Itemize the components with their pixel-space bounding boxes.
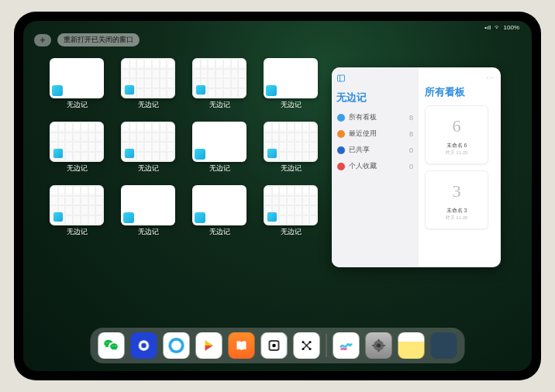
screen: •ıll ᯤ 100% + 重新打开已关闭的窗口 无边记无边记无边记无边记无边记… (23, 21, 532, 371)
board-timestamp: 昨天 11:25 (446, 150, 468, 156)
app-window-label: 无边记 (138, 227, 159, 237)
app-window-thumb[interactable]: 无边记 (189, 58, 250, 119)
app-window-thumb[interactable]: 无边记 (118, 185, 178, 246)
app-window-thumb[interactable]: 无边记 (189, 185, 250, 246)
wechat-icon[interactable] (98, 332, 125, 359)
board-label: 未命名 3 (446, 207, 467, 215)
freeform-icon[interactable] (333, 332, 360, 359)
svg-point-3 (141, 343, 147, 349)
app-folder-icon[interactable] (431, 332, 457, 359)
svg-point-6 (273, 345, 275, 347)
app-window-label: 无边记 (67, 227, 88, 237)
grid-icon[interactable] (294, 332, 320, 359)
board-preview-icon: 3 (441, 176, 472, 207)
freeform-app-badge-icon (124, 84, 135, 95)
notes-icon[interactable] (398, 332, 425, 359)
sidebar-item-count: 8 (409, 114, 413, 122)
app-window-label: 无边记 (281, 227, 302, 237)
board-label: 未命名 6 (446, 142, 467, 150)
freeform-app-badge-icon (267, 211, 278, 222)
battery-label: 100% (504, 24, 519, 31)
sidebar-item[interactable]: 所有看板8 (336, 109, 414, 126)
signal-icon: •ıll (484, 24, 491, 31)
freeform-app-badge-icon (195, 84, 206, 95)
svg-rect-0 (338, 75, 345, 81)
settings-icon[interactable] (366, 332, 392, 359)
sidebar-item-count: 8 (409, 130, 413, 138)
app-switcher-grid: 无边记无边记无边记无边记无边记无边记无边记无边记无边记无边记无边记无边记 (47, 58, 321, 246)
sidebar-toggle-icon[interactable] (336, 74, 346, 83)
category-dot-icon (337, 163, 345, 170)
app-window-thumb[interactable]: 无边记 (260, 58, 321, 119)
app-window-label: 无边记 (209, 227, 230, 237)
sidebar-item[interactable]: 最近使用8 (336, 126, 414, 142)
app-window-label: 无边记 (138, 163, 159, 174)
app-window-label: 无边记 (281, 163, 302, 174)
reopen-closed-window-button[interactable]: 重新打开已关闭的窗口 (57, 33, 140, 46)
app-window-thumb[interactable]: 无边记 (189, 122, 250, 182)
books-icon[interactable] (229, 332, 255, 359)
add-window-button[interactable]: + (34, 34, 51, 46)
play-icon[interactable] (196, 332, 222, 359)
freeform-app-badge-icon (195, 149, 205, 160)
freeform-app-badge-icon (53, 148, 64, 159)
qq-browser-icon[interactable] (164, 332, 190, 359)
sidebar-item-label: 个人收藏 (349, 161, 377, 171)
category-dot-icon (337, 146, 345, 154)
panel-right-title: 所有看板 (425, 85, 495, 99)
dock-separator (326, 334, 327, 357)
app-window-thumb[interactable]: 无边记 (118, 122, 178, 182)
wifi-icon: ᯤ (495, 24, 501, 31)
top-toolbar: + 重新打开已关闭的窗口 (34, 33, 140, 46)
app-window-thumb[interactable]: 无边记 (260, 185, 321, 246)
freeform-app-badge-icon (52, 85, 63, 96)
app-window-label: 无边记 (209, 163, 230, 174)
freeform-app-badge-icon (53, 211, 64, 222)
panel-sidebar: 无边记 所有看板8最近使用8已共享0个人收藏0 (332, 67, 419, 267)
sidebar-item-count: 0 (409, 146, 413, 154)
freeform-app-badge-icon (195, 212, 205, 223)
dock (91, 328, 465, 363)
panel-content: ⋯ 所有看板 6未命名 6昨天 11:253未命名 3昨天 11:20 (419, 67, 501, 267)
freeform-panel[interactable]: 无边记 所有看板8最近使用8已共享0个人收藏0 ⋯ 所有看板 6未命名 6昨天 … (332, 67, 501, 267)
sidebar-item-label: 已共享 (349, 145, 370, 155)
freeform-app-badge-icon (124, 148, 135, 159)
app-window-thumb[interactable]: 无边记 (47, 122, 107, 182)
status-bar: •ıll ᯤ 100% (484, 24, 519, 31)
board-card[interactable]: 3未命名 3昨天 11:20 (425, 170, 488, 229)
category-dot-icon (337, 130, 345, 138)
app-window-label: 无边记 (67, 100, 88, 110)
sidebar-item[interactable]: 个人收藏0 (336, 158, 414, 174)
widget-icon[interactable] (261, 332, 288, 359)
app-window-label: 无边记 (209, 100, 230, 110)
board-preview-icon: 6 (441, 111, 472, 142)
board-card[interactable]: 6未命名 6昨天 11:25 (425, 105, 488, 164)
app-window-thumb[interactable]: 无边记 (118, 58, 178, 119)
ipad-device: •ıll ᯤ 100% + 重新打开已关闭的窗口 无边记无边记无边记无边记无边记… (14, 12, 541, 380)
board-timestamp: 昨天 11:20 (446, 215, 468, 222)
app-window-label: 无边记 (138, 100, 159, 110)
category-dot-icon (337, 114, 345, 122)
app-window-label: 无边记 (281, 100, 302, 110)
more-icon[interactable]: ⋯ (425, 74, 495, 82)
app-window-label: 无边记 (67, 163, 88, 174)
sidebar-item-count: 0 (409, 163, 413, 170)
panel-title: 无边记 (336, 91, 414, 105)
freeform-app-badge-icon (266, 85, 277, 96)
svg-point-12 (377, 344, 381, 348)
app-window-thumb[interactable]: 无边记 (47, 58, 107, 119)
sidebar-item-label: 所有看板 (349, 112, 377, 122)
app-window-thumb[interactable]: 无边记 (47, 185, 107, 246)
quark-icon[interactable] (131, 332, 157, 359)
freeform-app-badge-icon (123, 212, 134, 223)
sidebar-item-label: 最近使用 (349, 129, 377, 139)
freeform-app-badge-icon (267, 148, 278, 159)
svg-point-4 (170, 339, 183, 352)
sidebar-item[interactable]: 已共享0 (336, 142, 414, 158)
app-window-thumb[interactable]: 无边记 (260, 122, 321, 182)
